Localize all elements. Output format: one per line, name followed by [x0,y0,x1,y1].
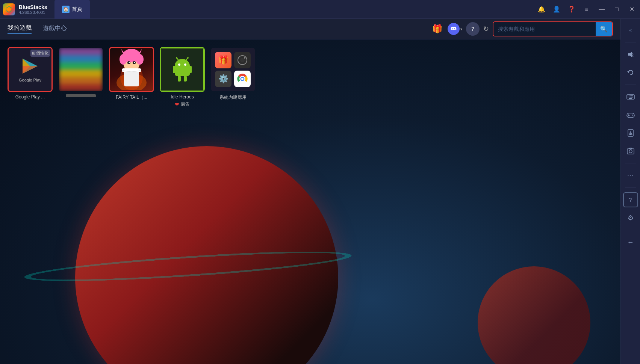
help-circle-btn[interactable]: ? [466,22,480,36]
search-input[interactable] [493,22,596,36]
blurred-label-bar [66,94,96,97]
more-btn[interactable]: ··· [623,168,638,183]
personalize-text: 個性化 [36,50,48,56]
svg-point-27 [184,63,186,66]
svg-rect-33 [189,66,192,73]
game-thumb-google-play[interactable]: Google Play ⊞ 個性化 [8,47,53,92]
back-sidebar-btn[interactable]: ← [623,235,638,250]
game-label-system-apps: 系統內建應用 [219,94,247,101]
settings-sidebar-btn[interactable]: ⚙ [623,210,638,225]
minimize-btn[interactable]: — [595,3,608,16]
discord-btn[interactable] [448,23,460,35]
games-grid: Google Play ⊞ 個性化 Google Play ... [8,47,256,107]
bluestacks-logo [3,3,15,15]
svg-rect-55 [630,97,631,98]
svg-rect-48 [628,95,628,96]
volume-btn[interactable] [623,47,638,62]
svg-point-26 [178,63,180,66]
circle-sys-icon [234,52,251,68]
sidebar-sep-4 [625,187,636,188]
heart-icon: ❤ [175,101,179,107]
game-label-google-play: Google Play ... [15,94,45,100]
refresh-btn[interactable]: ↻ [483,25,489,33]
svg-point-62 [631,115,632,115]
gift-sys-icon: 🎁 [215,52,231,68]
main-layout: 我的遊戲 遊戲中心 🎁 ▾ ? ↻ 🔍 [0,19,640,364]
svg-rect-56 [631,97,632,98]
account-btn[interactable]: 👤 [550,3,563,16]
svg-rect-35 [184,76,187,82]
rotation-btn[interactable] [623,65,638,80]
game-label-fairy-tail: FAIRY TAIL（... [116,94,147,101]
games-area: Google Play ⊞ 個性化 Google Play ... [0,39,620,364]
svg-rect-67 [627,149,634,154]
notification-btn[interactable]: 🔔 [535,3,548,16]
svg-marker-14 [121,49,124,54]
menu-btn[interactable]: ≡ [580,3,593,16]
search-container: 🔍 [493,21,613,36]
svg-rect-32 [173,66,176,73]
help-btn[interactable]: ❓ [565,3,578,16]
svg-rect-51 [631,95,632,96]
tab-game-center[interactable]: 遊戲中心 [43,24,67,34]
app-name: BlueStacks [19,4,47,10]
personalize-badge[interactable]: ⊞ 個性化 [30,50,50,57]
maximize-btn[interactable]: □ [610,3,623,16]
ad-label: ❤ 廣告 [175,101,190,107]
home-tab[interactable]: 🏠 首頁 [54,0,90,19]
sidebar-sep-2 [625,85,636,85]
svg-point-12 [120,54,127,65]
keyboard-btn[interactable] [623,89,638,104]
sidebar-sep-3 [625,163,636,163]
help-sidebar-btn[interactable]: ? [623,192,638,207]
nav-right: 🎁 ▾ ? ↻ 🔍 [430,21,613,36]
svg-point-29 [176,57,177,59]
system-apps-bg: 🎁 ⚙️ [211,48,255,91]
svg-point-13 [136,54,144,65]
game-item-idle-heroes[interactable]: Idle Heroes ❤ 廣告 [160,47,205,107]
home-tab-icon: 🏠 [62,6,70,13]
title-bar-controls: 🔔 👤 ❓ ≡ — □ ✕ [535,3,640,16]
apk-btn[interactable] [623,125,638,140]
home-tab-label: 首頁 [72,6,82,13]
nav-tabs: 我的遊戲 遊戲中心 [8,24,67,34]
game-thumb-fairy-tail[interactable] [109,47,154,92]
fairy-tail-bg [110,48,153,91]
svg-marker-44 [628,52,632,57]
svg-point-31 [187,57,189,59]
title-bar: BlueStacks 4.260.20.4001 🏠 首頁 🔔 👤 ❓ ≡ — … [0,0,640,19]
discord-chevron[interactable]: ▾ [460,27,462,31]
svg-point-22 [134,62,135,63]
game-label-idle-heroes: Idle Heroes [171,94,194,100]
blurred-thumb-bg [59,48,103,91]
svg-rect-53 [628,97,628,98]
svg-point-63 [632,115,633,116]
tab-my-games[interactable]: 我的遊戲 [8,24,32,34]
game-item-blurred[interactable] [58,47,103,97]
discord-wrapper: ▾ [448,23,462,35]
search-button[interactable]: 🔍 [596,22,612,36]
game-item-fairy-tail[interactable]: FAIRY TAIL（... [109,47,154,101]
svg-rect-25 [175,65,190,76]
svg-rect-34 [178,76,181,82]
game-thumb-blurred[interactable] [58,47,103,92]
svg-rect-57 [632,97,633,98]
svg-rect-52 [632,95,633,96]
screenshot-btn[interactable] [623,143,638,159]
title-bar-left: BlueStacks 4.260.20.4001 🏠 首頁 [3,0,90,19]
collapse-sidebar-btn[interactable]: « [623,23,638,38]
nav-bar: 我的遊戲 遊戲中心 🎁 ▾ ? ↻ 🔍 [0,19,620,39]
svg-rect-49 [629,95,629,96]
close-btn[interactable]: ✕ [625,3,638,16]
gift-btn[interactable]: 🎁 [430,22,444,36]
game-thumb-idle-heroes[interactable] [160,47,205,92]
gamepad-btn[interactable] [623,107,638,122]
svg-point-38 [244,57,245,59]
svg-point-68 [629,150,632,153]
game-item-system-apps[interactable]: 🎁 ⚙️ [210,47,256,101]
idle-heroes-bg [160,48,204,91]
svg-line-45 [632,56,633,57]
game-item-google-play[interactable]: Google Play ⊞ 個性化 Google Play ... [8,47,53,100]
svg-marker-46 [627,71,629,72]
game-thumb-system-apps[interactable]: 🎁 ⚙️ [210,47,256,92]
